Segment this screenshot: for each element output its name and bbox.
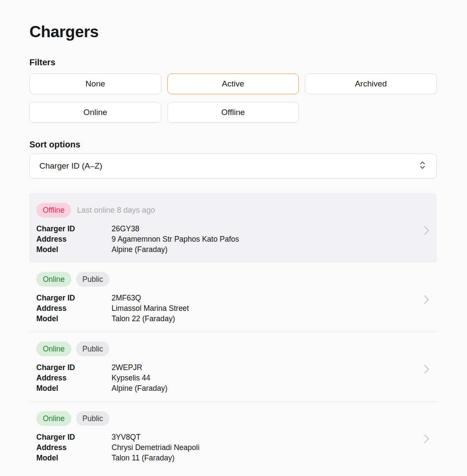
address-label: Address [36,373,112,383]
model-label: Model [36,244,112,255]
charger-id-value: 2WEPJR [112,362,430,373]
charger-card[interactable]: Online Public Charger ID 2WEPJR Address … [29,332,437,401]
sort-select[interactable]: Charger ID (A–Z) [29,153,437,179]
badge-row: Online Public [36,272,430,287]
sort-select-value: Charger ID (A–Z) [39,161,102,171]
sort-options-label: Sort options [29,139,437,150]
filter-buttons: None Active Archived Online Offline [29,73,437,123]
filter-button-archived[interactable]: Archived [305,73,437,94]
filter-button-label: None [86,79,105,89]
chargers-page: Chargers Filters None Active Archived On… [0,22,467,471]
visibility-badge: Public [76,272,110,287]
status-badge: Online [36,411,71,426]
address-value: Limassol Marina Street [112,303,430,313]
detail-rows: Charger ID 2MF63Q Address Limassol Marin… [36,293,430,324]
detail-rows: Charger ID 3YV8QT Address Chrysi Demetri… [36,432,430,463]
address-label: Address [36,234,112,244]
model-label: Model [36,313,112,324]
badge-row: Offline Last online 8 days ago [36,203,430,217]
model-value: Talon 22 (Faraday) [112,313,430,324]
badge-row: Online Public [36,342,430,356]
chevron-right-icon [421,363,432,377]
filter-button-offline[interactable]: Offline [167,102,299,123]
address-label: Address [36,442,112,453]
detail-rows: Charger ID 26GY38 Address 9 Agamemnon St… [36,224,430,255]
chevron-right-icon [421,433,432,447]
charger-id-label: Charger ID [36,362,112,373]
visibility-badge: Public [76,411,110,426]
filter-button-active[interactable]: Active [167,73,299,94]
model-value: Talon 11 (Faraday) [112,453,430,463]
charger-id-value: 26GY38 [112,224,430,234]
visibility-badge: Public [76,342,110,356]
filters-label: Filters [29,57,437,67]
model-value: Alpine (Faraday) [112,383,430,393]
filter-button-label: Offline [221,108,245,117]
charger-id-label: Charger ID [36,293,112,303]
charger-id-label: Charger ID [36,432,112,442]
page-title: Chargers [29,22,437,42]
status-badge: Offline [36,203,71,217]
charger-card[interactable]: Offline Last online 8 days ago Charger I… [29,193,437,262]
model-label: Model [36,453,112,463]
address-value: Kypselis 44 [112,373,430,383]
address-value: Chrysi Demetriadi Neapoli [112,442,430,453]
filter-button-label: Active [222,79,244,89]
detail-rows: Charger ID 2WEPJR Address Kypselis 44 Mo… [36,362,430,393]
status-badge: Online [36,342,71,356]
select-updown-icon [418,160,427,173]
status-badge: Online [36,272,71,287]
charger-id-label: Charger ID [36,224,112,234]
filter-button-none[interactable]: None [29,73,161,94]
charger-card[interactable]: Online Public Charger ID 2MF63Q Address … [29,262,437,332]
address-label: Address [36,303,112,313]
model-label: Model [36,383,112,393]
chevron-right-icon [421,224,432,238]
charger-list: Offline Last online 8 days ago Charger I… [29,193,437,471]
filter-button-online[interactable]: Online [29,102,161,123]
filter-button-label: Archived [355,79,387,89]
chevron-right-icon [421,294,432,307]
charger-card[interactable]: Online Public Charger ID 3YV8QT Address … [29,401,437,471]
model-value: Alpine (Faraday) [112,244,430,255]
charger-id-value: 3YV8QT [112,432,430,442]
filter-button-label: Online [83,108,107,117]
charger-id-value: 2MF63Q [112,293,430,303]
address-value: 9 Agamemnon Str Paphos Kato Pafos [112,234,430,244]
last-online-note: Last online 8 days ago [77,206,155,215]
badge-row: Online Public [36,411,430,426]
